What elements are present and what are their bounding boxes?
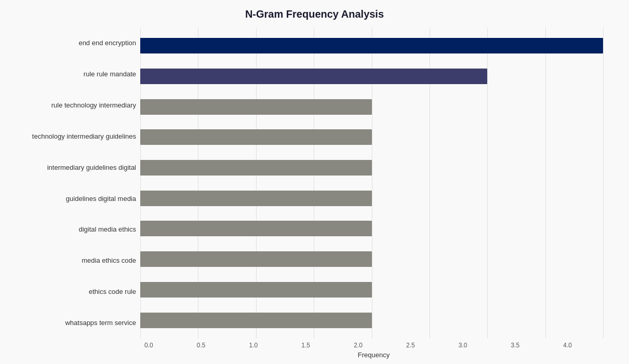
x-tick: 3.0: [459, 342, 467, 349]
x-tick: 4.0: [563, 342, 572, 349]
bar-row: [140, 66, 603, 86]
x-tick: 1.0: [249, 342, 258, 349]
bar-row: [140, 280, 603, 300]
bar-row: [140, 249, 603, 269]
bar: [140, 313, 372, 328]
x-tick: 0.5: [197, 342, 206, 349]
bar: [140, 282, 372, 298]
y-label: whatsapps term service: [0, 309, 136, 336]
x-axis-label: Frequency: [144, 351, 603, 359]
x-tick: 3.5: [511, 342, 519, 349]
bar-row: [140, 158, 603, 178]
x-tick: 2.0: [354, 342, 363, 349]
bar-row: [140, 311, 603, 330]
bar: [140, 251, 372, 267]
plot-wrapper: [140, 28, 603, 339]
y-label: rule technology intermediary: [0, 92, 136, 119]
x-tick: 0.0: [144, 342, 153, 349]
bar-row: [140, 36, 603, 56]
bar: [140, 99, 372, 115]
y-label: guidelines digital media: [0, 185, 136, 212]
bar: [140, 160, 372, 176]
chart-container: N-Gram Frequency Analysis end end encryp…: [0, 0, 629, 364]
bar-row: [140, 97, 603, 117]
chart-title: N-Gram Frequency Analysis: [245, 8, 384, 20]
y-label: technology intermediary guidelines: [0, 123, 136, 150]
y-labels: end end encryptionrule rule mandaterule …: [0, 28, 140, 339]
bar: [140, 69, 487, 84]
bar-row: [140, 188, 603, 208]
bars-section: end end encryptionrule rule mandaterule …: [0, 28, 603, 339]
y-label: digital media ethics: [0, 216, 136, 243]
bar: [140, 221, 372, 236]
y-label: intermediary guidelines digital: [0, 154, 136, 181]
y-label: ethics code rule: [0, 278, 136, 305]
x-tick: 2.5: [406, 342, 415, 349]
grid-line: [603, 28, 604, 339]
bar: [140, 38, 603, 53]
bar-row: [140, 127, 603, 147]
x-axis: 0.00.51.01.52.02.53.03.54.0: [144, 339, 572, 349]
y-label: end end encryption: [0, 30, 136, 57]
bar-row: [140, 219, 603, 238]
bars-plot: [140, 28, 603, 339]
bar: [140, 191, 372, 206]
bar: [140, 129, 372, 145]
x-tick: 1.5: [301, 342, 310, 349]
y-label: rule rule mandate: [0, 61, 136, 88]
y-label: media ethics code: [0, 247, 136, 274]
